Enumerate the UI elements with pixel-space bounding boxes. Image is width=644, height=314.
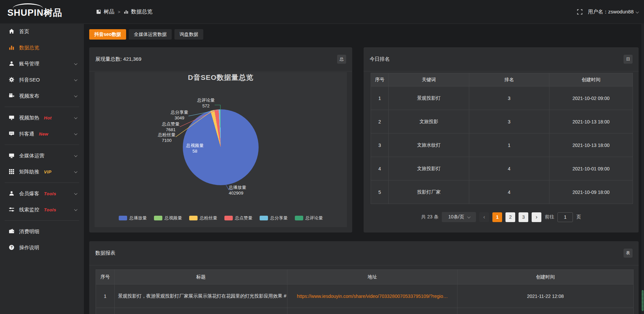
column-header: 关键词 — [389, 73, 469, 87]
pie-label-value: 7100 — [152, 138, 182, 144]
column-header: 排名 — [469, 73, 549, 87]
table-row — [96, 308, 634, 314]
logo-text: SHUPIN树品 — [7, 7, 62, 19]
main-content: 抖音seo数据全媒体运营数据询盘数据 展现量总数: 421,369 总 D音SE… — [84, 23, 644, 314]
total-badge-button[interactable]: 总 — [337, 55, 346, 64]
page-button-1[interactable]: 1 — [492, 212, 502, 222]
breadcrumb-root[interactable]: 树品 — [104, 8, 114, 15]
scrollbar-thumb[interactable] — [642, 290, 644, 311]
legend-swatch — [189, 216, 198, 220]
sidebar-item-badge: Hot — [44, 115, 52, 120]
legend-item[interactable]: 总分享量 — [260, 215, 288, 221]
table-cell: 文旅投影灯 — [389, 157, 469, 180]
table-cell: 文旅投影 — [389, 110, 469, 134]
user-menu[interactable]: 用户名：zswodun88 — [588, 9, 638, 15]
legend-swatch — [154, 216, 162, 220]
table-cell: https://www.iesdouyin.com/share/video/70… — [287, 284, 458, 308]
rank-panel-title: 今日排名 — [370, 56, 390, 62]
legend-item[interactable]: 总点赞量 — [224, 215, 253, 221]
table-cell: 2021-10-13 18:00 — [549, 110, 633, 134]
legend-label: 总播放量 — [129, 215, 147, 221]
table-cell: 景观投影灯，夜游景观投影灯厂家展示展示落花灯在花园里的灯光投影应用效果 # — [115, 284, 287, 308]
sidebar-item-label: 全媒体运营 — [19, 153, 44, 159]
page-button-2[interactable]: 2 — [505, 212, 515, 222]
chart-legend: 总播放量总视频量总粉丝量总点赞量总分享量总评论量 — [95, 215, 347, 221]
sidebar: 首页数据总览账号管理抖音SEO视频发布视频加热Hot抖客通New全媒体运营矩阵助… — [0, 23, 84, 314]
legend-item[interactable]: 总粉丝量 — [189, 215, 217, 221]
bar-chart-icon — [9, 45, 15, 51]
legend-swatch — [119, 216, 127, 220]
pie-label-value: 402909 — [229, 191, 259, 196]
table-cell: 1 — [371, 87, 389, 110]
tab-media-data[interactable]: 全媒体运营数据 — [129, 29, 172, 40]
sidebar-item-account[interactable]: 账号管理 — [0, 56, 84, 72]
legend-item[interactable]: 总播放量 — [119, 215, 147, 221]
column-header: 创建时间 — [549, 73, 633, 87]
chart-panel: 展现量总数: 421,369 总 D音SEO数据量总览 总播放量402909总视… — [89, 47, 352, 232]
sidebar-item-label: 视频加热 — [19, 115, 39, 121]
sidebar-item-badge: New — [39, 132, 48, 137]
home-icon — [9, 29, 15, 35]
sidebar-item-badge: Tools — [44, 207, 56, 212]
next-page-button[interactable]: › — [532, 212, 541, 222]
question-icon: ? — [9, 245, 15, 251]
goto-label: 前往 — [545, 214, 554, 220]
sidebar-item-home[interactable]: 首页 — [0, 23, 84, 40]
sidebar-item-clue[interactable]: 线索监控Tools — [0, 202, 84, 218]
sidebar-item-douketong[interactable]: 抖客通New — [0, 126, 84, 142]
column-header: 地址 — [287, 270, 458, 284]
gear-icon — [9, 77, 15, 83]
pie-label-value: 7681 — [156, 127, 186, 133]
table-cell: 4 — [469, 157, 549, 180]
pie-label-name: 总评论量 — [197, 98, 215, 103]
sidebar-item-overview[interactable]: 数据总览 — [0, 40, 84, 56]
sidebar-item-label: 数据总览 — [19, 45, 39, 51]
pie-label-video: 总视频量58 — [180, 143, 210, 154]
monitor-icon — [9, 153, 15, 159]
legend-item[interactable]: 总评论量 — [295, 215, 323, 221]
sidebar-item-consume[interactable]: 消费明细 — [0, 223, 84, 240]
chevron-down-icon — [74, 192, 77, 195]
table-cell: 3 — [469, 110, 549, 134]
goto-page-input[interactable] — [557, 212, 573, 222]
scrollbar-track — [641, 23, 644, 314]
video-link[interactable]: https://www.iesdouyin.com/share/video/70… — [297, 294, 448, 299]
column-header: 序号 — [96, 270, 115, 284]
sidebar-item-member[interactable]: 会员爆客Tools — [0, 186, 84, 202]
sidebar-item-heat[interactable]: 视频加热Hot — [0, 110, 84, 126]
breadcrumb-current[interactable]: 数据总览 — [131, 8, 153, 15]
sidebar-item-label: 抖客通 — [19, 131, 34, 137]
table-row: 2文旅投影32021-10-13 18:00 — [371, 110, 633, 134]
sidebar-item-help[interactable]: ?操作说明 — [0, 240, 84, 256]
prev-page-button[interactable]: ‹ — [479, 212, 489, 222]
page-button-3[interactable]: 3 — [519, 212, 528, 222]
sidebar-item-media[interactable]: 全媒体运营 — [0, 148, 84, 164]
sidebar-item-label: 操作说明 — [19, 245, 39, 251]
legend-item[interactable]: 总视频量 — [154, 215, 182, 221]
sidebar-item-publish[interactable]: 视频发布 — [0, 88, 84, 104]
pie-label-play: 总播放量402909 — [229, 185, 259, 196]
chart-title: D音SEO数据量总览 — [95, 73, 347, 82]
page-numbers: 123 — [492, 212, 528, 222]
chevron-down-icon — [467, 215, 471, 218]
page-size-select[interactable]: 10条/页 — [442, 212, 476, 222]
sidebar-item-label: 抖音SEO — [19, 77, 40, 83]
tab-douyin-seo[interactable]: 抖音seo数据 — [89, 29, 126, 40]
rank-table: 序号关键词排名创建时间1景观投影灯32021-10-02 09:002文旅投影3… — [371, 73, 633, 204]
tab-inquiry[interactable]: 询盘数据 — [174, 29, 203, 40]
pie-label-value: 3049 — [164, 115, 195, 121]
sidebar-item-matrix[interactable]: 矩阵助推VIP — [0, 164, 84, 180]
pagination: 共 23 条 10条/页 ‹ 123 › 前往 页 — [364, 212, 639, 222]
table-cell: 1 — [469, 134, 549, 157]
table-row: 1景观投影灯32021-10-02 09:00 — [371, 87, 633, 110]
table-cell: 5 — [371, 180, 389, 204]
rank-panel: 今日排名 日 序号关键词排名创建时间1景观投影灯32021-10-02 09:0… — [364, 47, 639, 232]
sidebar-divider — [5, 220, 79, 221]
table-badge-button[interactable]: 表 — [624, 249, 633, 258]
sidebar-item-seo[interactable]: 抖音SEO — [0, 72, 84, 88]
report-panel-title: 数据报表 — [95, 250, 115, 256]
day-badge-button[interactable]: 日 — [624, 55, 633, 64]
fullscreen-icon[interactable] — [577, 9, 583, 15]
chevron-down-icon — [74, 154, 77, 157]
chevron-down-icon — [74, 132, 77, 135]
